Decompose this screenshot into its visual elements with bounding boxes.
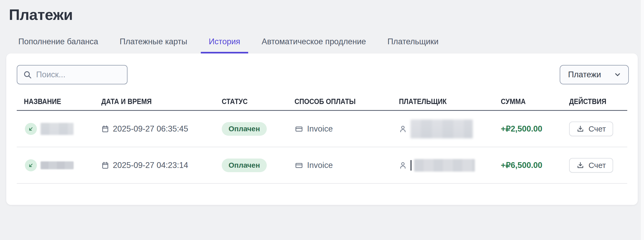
search-box: [17, 65, 127, 84]
chevron-down-icon: [614, 71, 621, 79]
calendar-icon: [101, 161, 109, 169]
search-input[interactable]: [36, 70, 121, 79]
payer-cell: [399, 159, 501, 172]
payment-method-value: Invoice: [307, 124, 333, 134]
column-header-payer: ПЛАТЕЛЬЩИК: [399, 97, 488, 106]
invoice-download-label: Счет: [589, 124, 606, 133]
amount-value: +₽2,500.00: [501, 124, 542, 134]
invoice-download-button[interactable]: Счет: [569, 122, 613, 136]
tab-history[interactable]: История: [201, 37, 248, 54]
credit-card-icon: [295, 161, 303, 169]
column-header-actions: ДЕЙСТВИЯ: [569, 97, 620, 106]
status-cell: Оплачен: [222, 122, 295, 136]
payment-method-cell: Invoice: [295, 161, 399, 170]
redacted-payer-name: [410, 119, 473, 138]
download-icon: [576, 161, 584, 169]
payment-name-cell: [17, 123, 101, 135]
tab-balance-topup[interactable]: Пополнение баланса: [10, 37, 106, 54]
credit-card-icon: [295, 125, 303, 133]
tab-payment-cards[interactable]: Платежные карты: [112, 37, 195, 54]
column-header-method: СПОСОБ ОПЛАТЫ: [295, 97, 386, 106]
column-header-status: СТАТУС: [222, 97, 286, 106]
vertical-scrollbar[interactable]: [641, 0, 644, 240]
invoice-download-label: Счет: [589, 161, 606, 170]
filter-dropdown-value: Платежи: [568, 70, 601, 79]
payments-table: НАЗВАНИЕ ДАТА И ВРЕМЯ СТАТУС СПОСОБ ОПЛА…: [17, 93, 627, 184]
column-header-name: НАЗВАНИЕ: [17, 97, 91, 106]
redacted-payment-name: [41, 161, 74, 169]
table-row: 2025-09-27 04:23:14 Оплачен Invoice: [17, 147, 627, 184]
history-panel: Платежи НАЗВАНИЕ ДАТА И ВРЕМЯ СТАТУС СПО…: [6, 53, 638, 205]
payment-name-cell: [17, 159, 101, 171]
payer-cell: [399, 119, 501, 138]
datetime-value: 2025-09-27 04:23:14: [113, 161, 188, 170]
payment-method-value: Invoice: [307, 161, 333, 170]
status-badge: Оплачен: [222, 159, 267, 172]
table-row: 2025-09-27 06:35:45 Оплачен Invoice: [17, 111, 627, 147]
calendar-icon: [101, 125, 109, 133]
datetime-value: 2025-09-27 06:35:45: [113, 124, 188, 134]
user-icon: [399, 161, 407, 169]
redacted-payer-name: [414, 159, 475, 172]
invoice-download-button[interactable]: Счет: [569, 158, 613, 173]
tab-bar: Пополнение баланса Платежные карты Истор…: [10, 37, 446, 54]
redacted-payment-name: [41, 123, 74, 135]
datetime-cell: 2025-09-27 06:35:45: [101, 124, 222, 134]
filter-dropdown[interactable]: Платежи: [560, 65, 629, 84]
status-badge: Оплачен: [222, 122, 267, 136]
download-icon: [576, 125, 584, 133]
incoming-payment-icon: [25, 159, 37, 171]
search-icon: [23, 70, 32, 79]
actions-cell: Счет: [569, 158, 627, 173]
amount-cell: +₽2,500.00: [501, 124, 569, 134]
amount-value: +₽6,500.00: [501, 160, 542, 170]
column-header-datetime: ДАТА И ВРЕМЯ: [101, 97, 207, 106]
column-header-amount: СУММА: [501, 97, 561, 106]
datetime-cell: 2025-09-27 04:23:14: [101, 161, 222, 170]
redacted-text-cursor: [410, 160, 412, 171]
table-header-row: НАЗВАНИЕ ДАТА И ВРЕМЯ СТАТУС СПОСОБ ОПЛА…: [17, 93, 627, 111]
tab-auto-renewal[interactable]: Автоматическое продление: [254, 37, 374, 54]
actions-cell: Счет: [569, 122, 627, 136]
tab-payers[interactable]: Плательщики: [380, 37, 446, 54]
amount-cell: +₽6,500.00: [501, 160, 569, 170]
payment-method-cell: Invoice: [295, 124, 399, 134]
status-cell: Оплачен: [222, 159, 295, 172]
user-icon: [399, 125, 407, 133]
page-title: Платежи: [9, 6, 73, 23]
incoming-payment-icon: [25, 123, 37, 135]
